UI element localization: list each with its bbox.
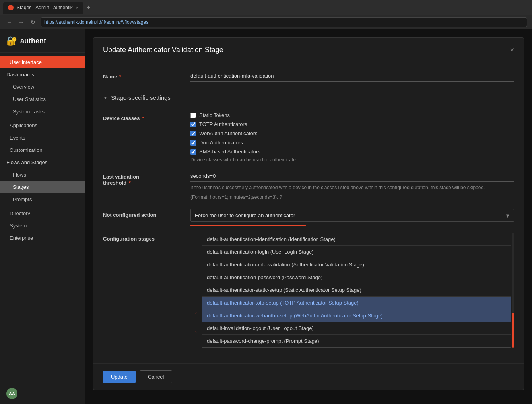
user-avatar: AA [6, 388, 17, 399]
sidebar-item-enterprise[interactable]: Enterprise [0, 232, 85, 244]
tab-favicon [8, 5, 14, 10]
sidebar-nav: User interface Dashboards Overview User … [0, 53, 85, 383]
sidebar-item-user-interface[interactable]: User interface [0, 56, 85, 68]
not-configured-select[interactable]: Force the user to configure an authentic… [190, 209, 514, 222]
device-classes-label: Device classes * [103, 112, 190, 121]
sidebar-section-flows: Flows and Stages Flows Stages Prompts [0, 156, 85, 206]
sidebar-item-system[interactable]: System [0, 219, 85, 232]
sidebar-item-system-tasks[interactable]: System Tasks [0, 105, 85, 118]
stages-scrollbar-thumb [512, 313, 514, 348]
not-configured-row: Not configured action Force the user to … [103, 209, 514, 222]
stage-item-8[interactable]: default-password-change-prompt (Prompt S… [202, 334, 511, 347]
configuration-stages-row: Configuration stages → → default-authent… [103, 233, 514, 348]
sidebar-header: 🔐 authent [0, 29, 85, 53]
sidebar-item-prompts[interactable]: Prompts [0, 193, 85, 206]
dialog-title: Update Authenticator Validation Stage [103, 46, 223, 54]
device-class-label-2: WebAuthn Authenticators [199, 130, 257, 136]
device-class-label-3: Duo Authenticators [199, 140, 243, 146]
threshold-row: Last validationthreshold * If the user h… [103, 171, 514, 201]
stages-scrollbar[interactable] [512, 233, 514, 348]
dialog-close-btn[interactable]: × [510, 46, 514, 54]
not-configured-control: Force the user to configure an authentic… [190, 209, 514, 222]
device-class-checkbox-3[interactable] [190, 140, 196, 146]
arrow-annotations: → → [190, 296, 198, 348]
nav-refresh-btn[interactable]: ↻ [29, 18, 37, 27]
stage-item-0[interactable]: default-authentication-identification (I… [202, 233, 511, 245]
configuration-stages-label: Configuration stages [103, 233, 190, 242]
device-classes-required: * [142, 115, 144, 121]
not-configured-select-wrapper: Force the user to configure an authentic… [190, 209, 514, 222]
sidebar: 🔐 authent User interface Dashboards Over… [0, 29, 85, 404]
dialog: Update Authenticator Validation Stage × … [93, 37, 524, 390]
dialog-footer: Update Cancel [93, 363, 524, 390]
sidebar-group-dashboards[interactable]: Dashboards [0, 68, 85, 81]
checkbox-item-0: Static Tokens [190, 112, 514, 118]
section-chevron-icon: ▼ [103, 95, 108, 101]
dialog-body: Name * ▼ Stage-specific settings Device … [93, 62, 524, 363]
nav-back-btn[interactable]: ← [5, 18, 14, 27]
stages-list: default-authentication-identification (I… [202, 233, 511, 348]
browser-tab[interactable]: Stages - Admin - authentik × [3, 2, 83, 14]
sidebar-group-flows-stages[interactable]: Flows and Stages [0, 156, 85, 169]
stage-item-1[interactable]: default-authentication-login (User Login… [202, 245, 511, 258]
name-label: Name * [103, 70, 190, 80]
browser-top-bar: Stages - Admin - authentik × + [0, 0, 532, 15]
sidebar-item-customization[interactable]: Customization [0, 144, 85, 156]
threshold-label: Last validationthreshold * [103, 171, 190, 186]
sidebar-item-flows[interactable]: Flows [0, 169, 85, 181]
threshold-required: * [129, 180, 131, 186]
device-classes-control: Static TokensTOTP AuthenticatorsWebAuthn… [190, 112, 514, 163]
dialog-header: Update Authenticator Validation Stage × [93, 38, 524, 62]
red-underline-annotation [190, 225, 514, 226]
browser-nav-bar: ← → ↻ https://authentik.domain.tld/if/ad… [0, 15, 532, 29]
device-class-checkbox-4[interactable] [190, 149, 196, 155]
sidebar-item-overview[interactable]: Overview [0, 81, 85, 93]
nav-forward-btn[interactable]: → [17, 18, 25, 27]
stage-item-2[interactable]: default-authentication-mfa-validation (A… [202, 258, 511, 271]
checkbox-item-2: WebAuthn Authenticators [190, 130, 514, 136]
sidebar-item-user-statistics[interactable]: User Statistics [0, 93, 85, 105]
name-input[interactable] [190, 70, 514, 82]
device-classes-hint: Device classes which can be used to auth… [190, 157, 514, 163]
threshold-input[interactable] [190, 171, 514, 182]
threshold-control: If the user has successfully authenticat… [190, 171, 514, 201]
name-required-indicator: * [119, 74, 121, 80]
address-bar[interactable]: https://authentik.domain.tld/if/admin/#/… [41, 17, 527, 27]
tab-close-btn[interactable]: × [76, 5, 78, 10]
checkbox-item-3: Duo Authenticators [190, 140, 514, 146]
sidebar-item-events[interactable]: Events [0, 132, 85, 144]
stage-settings-section-header[interactable]: ▼ Stage-specific settings [103, 89, 514, 106]
name-row: Name * [103, 70, 514, 82]
threshold-desc2: (Format: hours=1;minutes=2;seconds=3). ? [190, 194, 514, 201]
device-class-checkbox-0[interactable] [190, 113, 196, 118]
cancel-button[interactable]: Cancel [140, 370, 172, 383]
device-class-checkbox-2[interactable] [190, 131, 196, 136]
url-text: https://authentik.domain.tld/if/admin/#/… [44, 19, 148, 25]
app-brand: authent [20, 37, 46, 45]
sidebar-item-directory[interactable]: Directory [0, 207, 85, 219]
stage-item-5[interactable]: default-authenticator-totp-setup (TOTP A… [202, 296, 511, 309]
sidebar-item-stages[interactable]: Stages [0, 181, 85, 193]
app-logo: 🔐 [6, 36, 17, 46]
stage-item-4[interactable]: default-authenticator-static-setup (Stat… [202, 284, 511, 296]
not-configured-label: Not configured action [103, 209, 190, 218]
stage-item-6[interactable]: default-authenticator-webauthn-setup (We… [202, 309, 511, 322]
new-tab-btn[interactable]: + [86, 4, 91, 12]
main-content: Update Authenticator Validation Stage × … [85, 29, 532, 404]
configuration-stages-control: → → default-authentication-identificatio… [190, 233, 514, 348]
update-button[interactable]: Update [103, 371, 136, 383]
section-title: Stage-specific settings [111, 94, 171, 101]
device-classes-row: Device classes * Static TokensTOTP Authe… [103, 112, 514, 163]
device-class-label-4: SMS-based Authenticators [199, 149, 260, 155]
checkbox-item-1: TOTP Authenticators [190, 121, 514, 127]
device-class-checkbox-1[interactable] [190, 122, 196, 127]
checkbox-group: Static TokensTOTP AuthenticatorsWebAuthn… [190, 112, 514, 155]
stage-item-7[interactable]: default-invalidation-logout (User Logout… [202, 322, 511, 334]
device-class-label-1: TOTP Authenticators [199, 121, 247, 127]
sidebar-item-applications[interactable]: Applications [0, 119, 85, 132]
device-class-label-0: Static Tokens [199, 112, 230, 118]
tab-title: Stages - Admin - authentik [17, 5, 73, 10]
sidebar-user: AA [0, 383, 85, 404]
stage-item-3[interactable]: default-authentication-password (Passwor… [202, 271, 511, 284]
name-control [190, 70, 514, 82]
